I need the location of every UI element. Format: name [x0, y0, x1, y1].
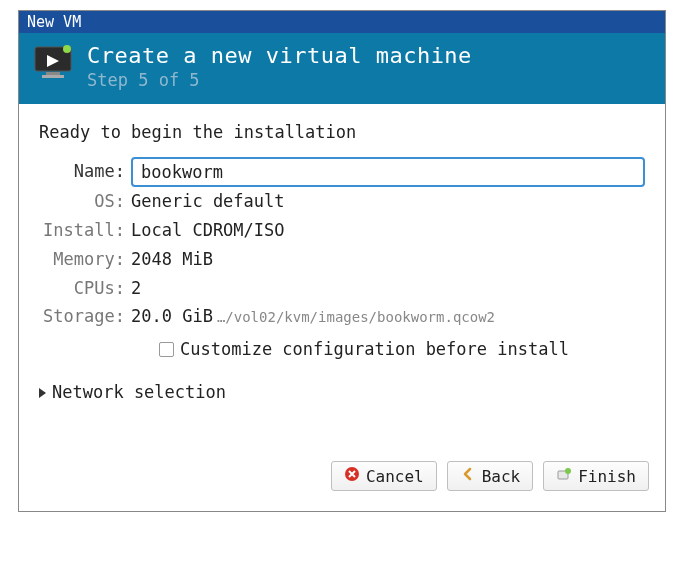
memory-label: Memory: [39, 245, 131, 274]
ready-text: Ready to begin the installation [39, 118, 645, 147]
os-label: OS: [39, 187, 131, 216]
back-label: Back [482, 467, 521, 486]
window-titlebar[interactable]: New VM [19, 11, 665, 33]
monitor-icon [33, 43, 73, 85]
svg-point-7 [565, 468, 571, 474]
storage-value: 20.0 GiB [131, 302, 213, 331]
customize-checkbox[interactable] [159, 342, 174, 357]
button-bar: Cancel Back Finish [19, 461, 665, 501]
cpus-value: 2 [131, 274, 141, 303]
name-input[interactable] [131, 157, 645, 187]
back-icon [460, 466, 476, 486]
cancel-icon [344, 466, 360, 486]
window-title: New VM [27, 13, 81, 31]
wizard-header: Create a new virtual machine Step 5 of 5 [19, 33, 665, 104]
cancel-label: Cancel [366, 467, 424, 486]
finish-icon [556, 466, 572, 486]
os-value: Generic default [131, 187, 285, 216]
svg-rect-2 [46, 72, 60, 75]
memory-value: 2048 MiB [131, 245, 213, 274]
network-expander-label: Network selection [52, 378, 226, 407]
finish-label: Finish [578, 467, 636, 486]
network-expander[interactable]: Network selection [39, 378, 645, 407]
dialog-window: New VM Create a new virtual machine Step… [18, 10, 666, 512]
cpus-label: CPUs: [39, 274, 131, 303]
back-button[interactable]: Back [447, 461, 534, 491]
storage-path: …/vol02/kvm/images/bookworm.qcow2 [217, 306, 495, 330]
name-label: Name: [39, 157, 131, 186]
finish-button[interactable]: Finish [543, 461, 649, 491]
customize-label: Customize configuration before install [180, 335, 569, 364]
cancel-button[interactable]: Cancel [331, 461, 437, 491]
svg-rect-3 [42, 75, 64, 78]
install-value: Local CDROM/ISO [131, 216, 285, 245]
storage-label: Storage: [39, 302, 131, 331]
wizard-title: Create a new virtual machine [87, 43, 472, 68]
wizard-step: Step 5 of 5 [87, 70, 472, 90]
install-label: Install: [39, 216, 131, 245]
svg-point-4 [63, 45, 71, 53]
chevron-right-icon [39, 388, 46, 398]
